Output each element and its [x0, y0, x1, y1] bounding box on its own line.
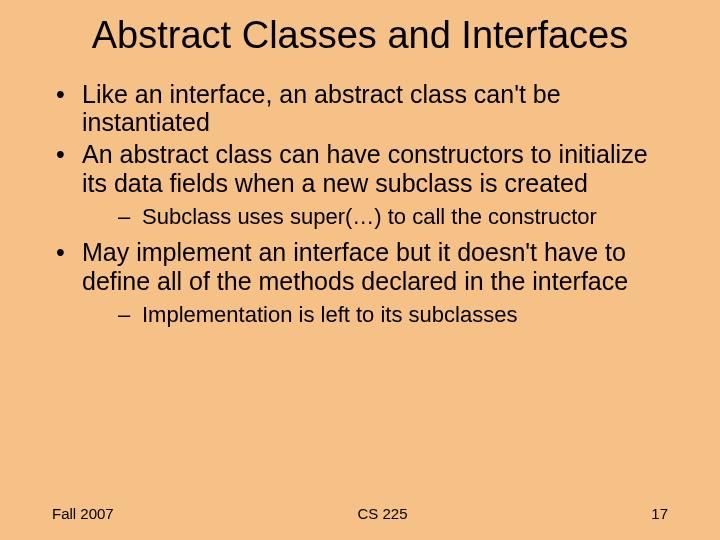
- slide-footer: Fall 2007 CS 225 17: [0, 505, 720, 522]
- sub-bullet-item: Implementation is left to its subclasses: [82, 302, 675, 328]
- slide-content: Like an interface, an abstract class can…: [0, 80, 720, 328]
- slide-title: Abstract Classes and Interfaces: [0, 0, 720, 58]
- sub-bullet-text: Implementation is left to its subclasses: [142, 302, 517, 327]
- footer-left: Fall 2007: [52, 505, 114, 522]
- sub-bullet-list: Implementation is left to its subclasses: [82, 302, 675, 328]
- bullet-text: Like an interface, an abstract class can…: [82, 80, 561, 137]
- bullet-text: May implement an interface but it doesn'…: [82, 238, 628, 295]
- bullet-item: May implement an interface but it doesn'…: [50, 238, 675, 328]
- sub-bullet-text: Subclass uses super(…) to call the const…: [142, 204, 597, 229]
- sub-bullet-list: Subclass uses super(…) to call the const…: [82, 204, 675, 230]
- sub-bullet-item: Subclass uses super(…) to call the const…: [82, 204, 675, 230]
- bullet-item: Like an interface, an abstract class can…: [50, 80, 675, 138]
- footer-right: 17: [651, 505, 668, 522]
- bullet-item: An abstract class can have constructors …: [50, 140, 675, 230]
- bullet-text: An abstract class can have constructors …: [82, 140, 648, 197]
- bullet-list: Like an interface, an abstract class can…: [50, 80, 675, 328]
- footer-center: CS 225: [357, 505, 407, 522]
